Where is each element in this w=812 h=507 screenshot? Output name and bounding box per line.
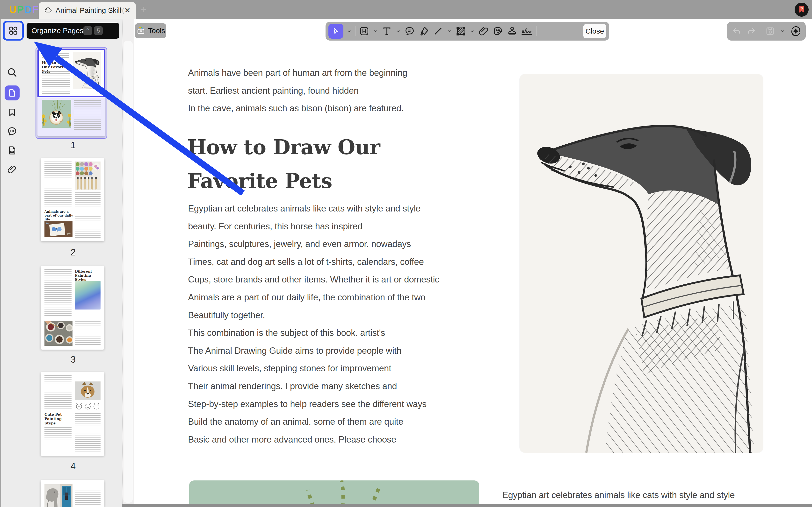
page-number: 4 (24, 461, 122, 471)
close-button[interactable]: Close (583, 24, 606, 38)
page-thumbnail-5[interactable] (41, 480, 104, 507)
tab-close-icon[interactable]: ✕ (124, 7, 131, 14)
page-edit-icon (7, 145, 17, 156)
doc-text-line: In the cave, animals such as bison (biso… (188, 100, 407, 117)
heading-tool-chevron-icon[interactable] (373, 29, 378, 34)
ai-assistant-icon[interactable] (790, 25, 802, 38)
doc-text-line: Cups, store brands and other items. Whet… (188, 271, 439, 288)
doc-text-line: Animals have been part of human art from… (188, 64, 407, 82)
doc-text-line: Paintings, sculptures, jewelry, and even… (188, 235, 439, 253)
sidebar-item-organize-pages[interactable] (3, 21, 24, 41)
page-thumbnail-4[interactable]: Cute Pet Painting Steps (41, 372, 104, 456)
shape-fill-tool-button[interactable] (455, 25, 466, 37)
thumb-dog-sketches-row (75, 402, 101, 411)
shortcut-key-5: 5 (94, 26, 103, 35)
redo-icon[interactable] (746, 26, 757, 37)
doc-text-line: Egyptian art celebrates animals like cat… (188, 200, 439, 218)
thumb-palette-photo (75, 162, 101, 190)
tools-button[interactable]: Tools (135, 23, 166, 38)
attachment-icon (7, 164, 17, 175)
updf-app-window: UPDF Animal Painting Skills ( ✕ + P (0, 0, 812, 507)
avatar-initial: P (800, 6, 803, 11)
thumb-heading: Cute Pet Painting Steps (45, 412, 73, 426)
tab-title-overflow: ( (122, 6, 124, 14)
doc-text-line: The Animal Drawing Guide aims to provide… (188, 342, 439, 360)
thumbnails-scrollbar-thumb[interactable] (123, 41, 133, 503)
undo-icon[interactable] (731, 26, 742, 37)
doc-paragraph-1: Animals have been part of human art from… (188, 64, 407, 117)
tab-title: Animal Painting Skills (56, 6, 122, 14)
sidebar-item-bookmarks[interactable] (7, 107, 17, 117)
thumb-heading: Different Painting Styles (75, 270, 101, 282)
updf-logo[interactable]: UPDF (9, 4, 39, 15)
new-tab-button[interactable]: + (140, 3, 146, 15)
signature-tool-button[interactable] (521, 25, 533, 37)
thumb-butterfly-photo (45, 221, 72, 237)
search-icon (6, 67, 18, 78)
organize-pages-grid-icon (8, 25, 18, 36)
page-thumbnail-2[interactable]: Animals are a part of our daily life (41, 158, 104, 241)
doc-heading: How to Draw Our Favorite Pets (187, 130, 380, 198)
doc-text-line: Basic and other more advanced ones. Plea… (188, 431, 439, 449)
document-tab[interactable]: Animal Painting Skills ( ✕ (39, 2, 136, 19)
doc-text-line: Step-by-step examples to help readers se… (188, 395, 439, 413)
select-tool-button[interactable] (328, 24, 343, 39)
page-number: 1 (24, 140, 122, 151)
save-options-chevron-icon[interactable] (779, 28, 785, 34)
sidebar-item-attachments[interactable] (7, 164, 17, 175)
cloud-icon (44, 6, 52, 14)
thumb-paint-buckets-photo (45, 321, 72, 346)
sidebar-item-comments[interactable] (6, 126, 18, 137)
user-avatar[interactable]: P (795, 3, 809, 17)
logo-letter: P (17, 4, 24, 15)
shape-tool-chevron-icon[interactable] (469, 29, 475, 34)
page-thumbnail-1[interactable]: How to Draw Our Favorite Pets (38, 49, 105, 136)
highlighter-tool-button[interactable] (418, 25, 429, 37)
tools-button-label: Tools (148, 26, 165, 35)
title-bar: UPDF Animal Painting Skills ( ✕ + P (0, 0, 812, 19)
select-tool-chevron-icon[interactable] (347, 29, 352, 34)
logo-letter: U (9, 4, 17, 15)
sidebar-divider (7, 45, 17, 45)
doc-text-line: Beautifully together. (188, 306, 439, 324)
line-tool-button[interactable] (433, 25, 444, 37)
dog-sketch-image (520, 74, 763, 453)
sticker-tool-button[interactable] (492, 25, 503, 37)
text-tool-chevron-icon[interactable] (396, 29, 401, 34)
doc-text-line: Build the anatomy of an animal. some of … (188, 413, 439, 431)
doc-paragraph-2: Egyptian art celebrates animals like cat… (188, 200, 439, 448)
sidebar-item-page-thumbnails[interactable] (5, 86, 19, 101)
history-save-toolbar (727, 22, 806, 41)
doc-caption-line: Egyptian art celebrates animals like cat… (502, 490, 735, 500)
doc-text-line: Animals are a part of our daily life, th… (188, 288, 439, 306)
page-thumbnails-icon (7, 89, 17, 98)
toolbar-divider (355, 26, 355, 36)
doc-text-line: Various skill levels, stepping stones fo… (188, 359, 439, 377)
page-number: 2 (24, 247, 122, 258)
doc-heading-line: Favorite Pets (187, 164, 380, 198)
heading-tool-button[interactable] (359, 25, 370, 37)
doc-text-line: Times, cat and dog art sells a lot of t-… (188, 253, 439, 271)
thumb-heading: Animals are a part of our daily life (45, 210, 75, 221)
sidebar-item-search[interactable] (6, 67, 18, 78)
note-comment-tool-button[interactable] (404, 25, 415, 37)
attach-file-tool-button[interactable] (478, 25, 489, 37)
doc-text-line: This combination is the subject of this … (188, 324, 439, 342)
page-thumbnail-3[interactable]: Different Painting Styles (41, 266, 104, 350)
bookmark-icon (7, 107, 17, 117)
thumb-watercolor-image (75, 281, 101, 309)
text-tool-button[interactable] (382, 25, 393, 37)
sidebar-item-page-edit[interactable] (7, 145, 17, 156)
toolbar-divider (536, 26, 537, 36)
annotation-toolbar: Close (325, 22, 609, 41)
organize-pages-tooltip: Organize Pages ⌃ 5 (27, 23, 119, 39)
shortcut-key-control: ⌃ (83, 26, 92, 35)
stamp-tool-button[interactable] (507, 25, 518, 37)
thumbnail-viewport-indicator (38, 49, 105, 97)
line-tool-chevron-icon[interactable] (447, 29, 452, 34)
save-icon[interactable] (765, 26, 775, 37)
window-edge (0, 19, 1, 507)
doc-text-line: beauty. For centuries, this horse has in… (188, 218, 439, 235)
logo-letter: F (32, 4, 39, 15)
embroidery-photo-top-edge (189, 481, 479, 504)
